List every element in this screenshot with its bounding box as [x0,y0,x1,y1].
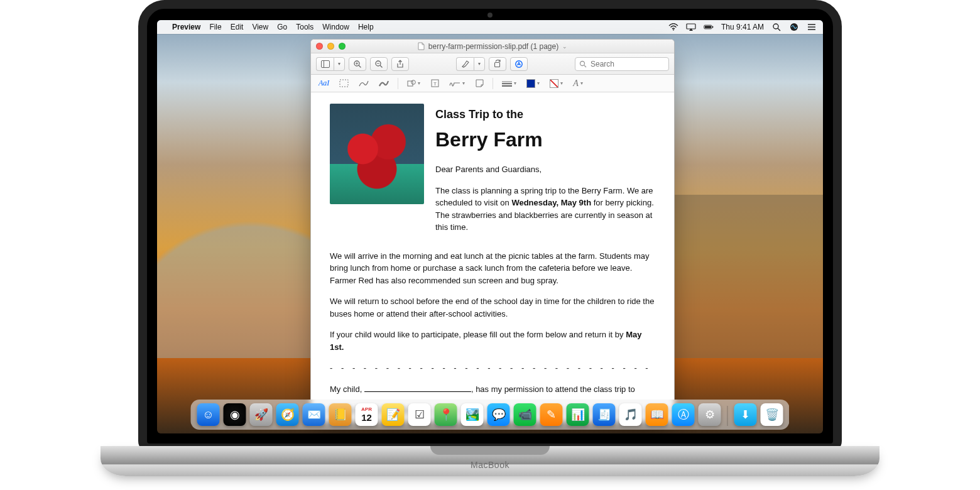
menu-go[interactable]: Go [277,23,287,31]
text-style-button[interactable]: AaI [315,77,333,90]
permission-line-1: My child, , has my permission to attend … [330,383,655,396]
title-dropdown-icon[interactable]: ⌄ [562,43,567,50]
menu-window[interactable]: Window [322,23,349,31]
doc-greeting: Dear Parents and Guardians, [435,163,655,176]
menu-view[interactable]: View [252,23,268,31]
notification-center-icon[interactable] [807,23,817,31]
window-title: berry-farm-permission-slip.pdf (1 page) [428,42,558,51]
highlight-button[interactable] [456,57,474,71]
dock-launchpad[interactable]: 🚀 [250,403,273,426]
airplay-icon[interactable] [686,23,696,31]
document-image [330,104,424,204]
fill-color-button[interactable]: ▾ [546,77,567,90]
svg-text:T: T [433,81,437,87]
dock-mail[interactable]: ✉️ [303,403,325,426]
dock-keynote[interactable]: 🧾 [593,403,616,426]
line-style-button[interactable]: ▾ [498,77,520,90]
battery-icon[interactable] [704,23,714,31]
dock-safari[interactable]: 🧭 [276,403,299,426]
menubar-app-name[interactable]: Preview [172,23,200,31]
doc-paragraph-3: We will return to school before the end … [330,295,655,320]
preview-window: berry-farm-permission-slip.pdf (1 page) … [310,39,675,422]
svg-line-14 [359,65,361,68]
fullscreen-button[interactable] [339,43,346,50]
dock-siri[interactable]: ◉ [224,403,246,426]
dock-pages[interactable]: ✎ [540,403,563,426]
close-button[interactable] [316,43,323,50]
dock-contacts[interactable]: 📒 [329,403,352,426]
dock-finder[interactable]: ☺ [197,403,220,426]
dock-facetime[interactable]: 📹 [514,403,536,426]
dock-numbers[interactable]: 📊 [567,403,589,426]
document-icon [418,42,425,50]
text-box-button[interactable]: T [427,77,443,90]
dock: ☺ ◉ 🚀 🧭 ✉️ 📒 APR 12 📝 ☑︎ 📍 🏞️ 💬 📹 ✎ 📊 🧾 [191,400,790,430]
siri-icon[interactable] [789,23,799,31]
menu-tools[interactable]: Tools [296,23,313,31]
font-style-button[interactable]: A▾ [569,77,587,90]
camera-dot [487,13,493,18]
menubar-clock[interactable]: Thu 9:41 AM [721,23,764,31]
sidebar-toggle-button[interactable] [316,57,334,71]
dock-notes[interactable]: 📝 [382,403,405,426]
menu-edit[interactable]: Edit [231,23,244,31]
search-input[interactable] [591,60,665,68]
doc-paragraph-4: If your child would like to participate,… [330,329,655,353]
color-swatch-icon [526,79,535,88]
svg-point-26 [411,80,416,85]
svg-rect-3 [705,26,711,28]
shapes-button[interactable]: ▾ [403,77,424,90]
dock-photos[interactable]: 🏞️ [461,403,484,426]
svg-point-5 [773,24,778,29]
window-titlebar[interactable]: berry-farm-permission-slip.pdf (1 page) … [311,40,674,53]
svg-line-18 [380,65,383,68]
menu-help[interactable]: Help [358,23,374,31]
dock-separator [727,406,728,426]
document-page[interactable]: Class Trip to the Berry Farm Dear Parent… [311,92,674,422]
sketch-button[interactable] [355,77,373,90]
svg-rect-11 [321,60,329,67]
border-color-button[interactable]: ▾ [523,77,543,90]
name-blank[interactable] [364,391,471,392]
share-button[interactable] [391,57,409,71]
rect-select-button[interactable] [335,77,352,90]
zoom-out-button[interactable] [370,57,388,71]
highlight-dropdown[interactable]: ▾ [474,57,485,71]
wifi-icon[interactable] [668,23,678,31]
dock-downloads[interactable]: ⬇︎ [734,403,757,426]
doc-paragraph-1: The class is planning a spring trip to t… [435,185,655,234]
doc-paragraph-2: We will arrive in the morning and eat lu… [330,250,655,287]
search-field[interactable] [575,57,669,71]
dock-reminders[interactable]: ☑︎ [408,403,431,426]
zoom-in-button[interactable] [349,57,366,71]
markup-toggle-button[interactable] [510,57,528,71]
dock-itunes[interactable]: 🎵 [619,403,642,426]
view-mode-segment: ▾ [316,57,345,71]
dock-calendar[interactable]: APR 12 [356,403,378,426]
calendar-month: APR [361,406,372,412]
dock-ibooks[interactable]: 📖 [646,403,668,426]
draw-button[interactable] [375,77,393,90]
no-fill-icon [550,79,558,88]
sign-button[interactable]: ▾ [445,77,469,90]
dock-messages[interactable]: 💬 [487,403,510,426]
doc-title: Berry Farm [435,124,655,155]
markup-toolbar: AaI ▾ T [311,75,674,92]
dock-appstore[interactable]: Ⓐ [672,403,695,426]
laptop-base: MacBook [101,446,879,476]
dock-maps[interactable]: 📍 [435,403,457,426]
svg-rect-20 [495,63,500,67]
calendar-day: 12 [361,412,372,423]
window-toolbar: ▾ [311,53,674,75]
view-mode-dropdown[interactable]: ▾ [334,57,345,71]
svg-rect-4 [712,26,713,28]
spotlight-icon[interactable] [771,23,781,31]
rotate-button[interactable] [489,57,506,71]
svg-line-6 [778,28,780,31]
tear-line: - - - - - - - - - - - - - - - - - - - - … [330,362,655,374]
minimize-button[interactable] [327,43,334,50]
menu-file[interactable]: File [209,23,221,31]
dock-trash[interactable]: 🗑️ [761,403,783,426]
note-button[interactable] [471,77,487,90]
dock-sysprefs[interactable]: ⚙︎ [699,403,721,426]
